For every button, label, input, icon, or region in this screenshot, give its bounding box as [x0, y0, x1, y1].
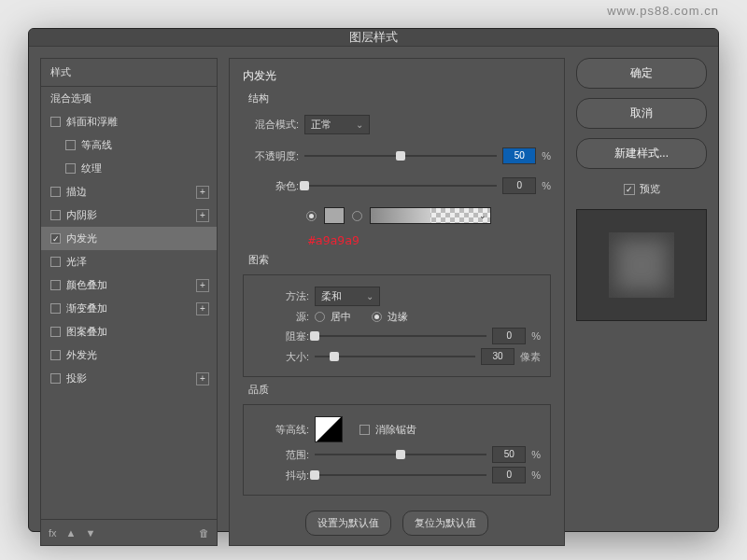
blend-mode-label: 混合模式:	[243, 118, 299, 132]
effect-item[interactable]: 投影+	[41, 367, 217, 390]
antialias-checkbox[interactable]	[359, 425, 370, 435]
cancel-button[interactable]: 取消	[576, 98, 707, 129]
px-unit: 像素	[520, 350, 541, 364]
gradient-radio[interactable]	[352, 211, 362, 221]
effect-item[interactable]: 等高线	[41, 133, 217, 157]
solid-color-radio[interactable]	[306, 211, 317, 221]
effect-item[interactable]: 纹理	[41, 157, 217, 180]
blending-options[interactable]: 混合选项	[41, 87, 217, 110]
effect-label: 内阴影	[66, 208, 97, 222]
settings-panel: 内发光 结构 混合模式: 正常 不透明度: 50 % 杂色: 0 %	[229, 58, 565, 546]
noise-input[interactable]: 0	[502, 177, 536, 194]
effect-label: 图案叠加	[66, 325, 107, 339]
quality-title: 品质	[243, 383, 551, 397]
effect-label: 纹理	[81, 161, 102, 175]
opacity-slider[interactable]	[304, 150, 497, 161]
effect-item[interactable]: 颜色叠加+	[41, 273, 217, 297]
effect-checkbox[interactable]	[50, 327, 61, 337]
effect-checkbox[interactable]	[65, 163, 76, 174]
new-style-button[interactable]: 新建样式...	[576, 138, 707, 169]
reset-default-button[interactable]: 复位为默认值	[402, 511, 488, 536]
effect-checkbox[interactable]	[50, 210, 61, 220]
method-select[interactable]: 柔和	[315, 287, 380, 306]
preview-label: 预览	[640, 182, 660, 196]
layer-style-dialog: 图层样式 样式 混合选项 斜面和浮雕等高线纹理描边+内阴影+内发光光泽颜色叠加+…	[28, 28, 719, 532]
jitter-label: 抖动:	[253, 469, 309, 483]
choke-slider[interactable]	[315, 330, 486, 342]
elements-group: 方法: 柔和 源: 居中 边缘 阻塞: 0 %	[243, 274, 551, 377]
size-input[interactable]: 30	[481, 348, 514, 365]
range-slider[interactable]	[315, 449, 486, 460]
source-edge-radio[interactable]	[372, 312, 382, 322]
preview-swatch	[609, 232, 674, 298]
choke-input[interactable]: 0	[492, 328, 526, 344]
effect-item[interactable]: 渐变叠加+	[41, 297, 217, 320]
effect-checkbox[interactable]	[50, 280, 61, 290]
contour-picker[interactable]	[315, 416, 343, 442]
styles-header: 样式	[41, 59, 217, 87]
effect-label: 外发光	[66, 348, 97, 362]
effect-checkbox[interactable]	[50, 373, 61, 384]
size-slider[interactable]	[315, 351, 475, 362]
effect-item[interactable]: 内发光	[41, 227, 217, 250]
effect-checkbox[interactable]	[50, 233, 61, 244]
preview-checkbox[interactable]	[624, 184, 635, 195]
effect-item[interactable]: 斜面和浮雕	[41, 110, 217, 133]
arrow-up-icon[interactable]: ▲	[66, 527, 77, 539]
effect-label: 斜面和浮雕	[66, 115, 118, 129]
source-center-label: 居中	[331, 310, 351, 324]
effect-checkbox[interactable]	[50, 117, 61, 127]
add-effect-icon[interactable]: +	[196, 279, 209, 292]
effect-item[interactable]: 外发光	[41, 343, 217, 367]
opacity-label: 不透明度:	[243, 149, 299, 163]
effect-checkbox[interactable]	[65, 140, 76, 150]
method-label: 方法:	[253, 289, 309, 303]
effect-item[interactable]: 光泽	[41, 250, 217, 273]
effects-list: 斜面和浮雕等高线纹理描边+内阴影+内发光光泽颜色叠加+渐变叠加+图案叠加外发光投…	[41, 110, 217, 519]
effect-label: 描边	[66, 185, 87, 199]
effect-label: 渐变叠加	[66, 301, 107, 315]
preview-box	[576, 209, 707, 321]
color-annotation: #a9a9a9	[308, 233, 551, 247]
blend-mode-select[interactable]: 正常	[304, 115, 370, 134]
jitter-input[interactable]: 0	[492, 467, 526, 483]
color-swatch[interactable]	[324, 207, 345, 224]
effect-checkbox[interactable]	[50, 350, 61, 360]
effect-label: 投影	[66, 371, 87, 385]
source-center-radio[interactable]	[315, 312, 325, 322]
add-effect-icon[interactable]: +	[196, 209, 209, 222]
range-input[interactable]: 50	[492, 446, 526, 463]
dialog-body: 样式 混合选项 斜面和浮雕等高线纹理描边+内阴影+内发光光泽颜色叠加+渐变叠加+…	[29, 47, 718, 557]
effect-item[interactable]: 图案叠加	[41, 320, 217, 343]
styles-footer: fx ▲ ▼ 🗑	[41, 519, 217, 545]
effect-label: 内发光	[66, 231, 97, 245]
percent-unit: %	[542, 150, 551, 161]
gradient-picker[interactable]	[370, 207, 491, 224]
fx-menu-icon[interactable]: fx	[49, 527, 57, 539]
structure-title: 结构	[243, 91, 551, 105]
antialias-label: 消除锯齿	[375, 423, 416, 437]
jitter-slider[interactable]	[315, 469, 486, 481]
preview-checkbox-row[interactable]: 预览	[576, 182, 707, 196]
noise-label: 杂色:	[243, 179, 299, 193]
set-default-button[interactable]: 设置为默认值	[305, 511, 391, 536]
arrow-down-icon[interactable]: ▼	[85, 527, 95, 539]
contour-label: 等高线:	[253, 423, 309, 437]
effect-checkbox[interactable]	[50, 303, 61, 314]
effect-item[interactable]: 描边+	[41, 180, 217, 203]
effect-checkbox[interactable]	[50, 257, 61, 267]
action-panel: 确定 取消 新建样式... 预览	[576, 58, 707, 546]
ok-button[interactable]: 确定	[576, 58, 707, 89]
blending-options-label: 混合选项	[50, 91, 92, 105]
range-label: 范围:	[253, 448, 309, 462]
trash-icon[interactable]: 🗑	[199, 527, 209, 539]
noise-slider[interactable]	[304, 180, 497, 191]
effect-item[interactable]: 内阴影+	[41, 203, 217, 227]
quality-group: 等高线: 消除锯齿 范围: 50 % 抖动: 0 %	[243, 404, 551, 496]
effect-checkbox[interactable]	[50, 187, 61, 197]
add-effect-icon[interactable]: +	[196, 186, 209, 199]
add-effect-icon[interactable]: +	[196, 302, 209, 315]
opacity-input[interactable]: 50	[502, 147, 536, 164]
add-effect-icon[interactable]: +	[196, 372, 209, 385]
effect-label: 等高线	[81, 138, 112, 152]
